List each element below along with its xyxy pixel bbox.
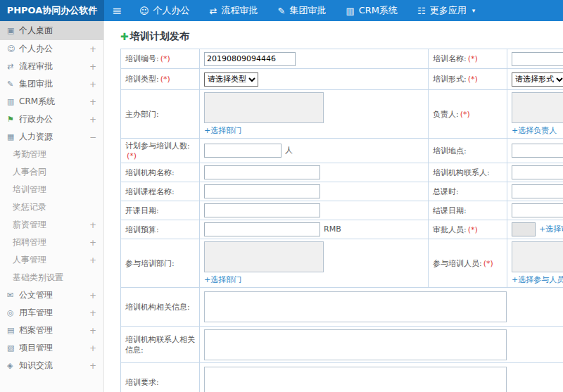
expand-plus-icon[interactable]: + bbox=[89, 308, 96, 318]
host-dept-textarea[interactable] bbox=[204, 92, 324, 123]
sidebar-item-archives[interactable]: ▤ 档案管理 + bbox=[0, 322, 103, 339]
required-marker: (*) bbox=[127, 151, 137, 160]
training-name-input[interactable] bbox=[512, 52, 563, 66]
sidebar-item-group-approval[interactable]: ✎ 集团审批 + bbox=[0, 75, 103, 93]
sidebar-item-desktop[interactable]: ▣ 个人桌面 bbox=[0, 21, 103, 40]
training-type-select[interactable]: 请选择类型 bbox=[204, 72, 258, 87]
field-label: 审批人员: bbox=[433, 225, 467, 234]
training-no-input[interactable] bbox=[204, 52, 296, 66]
expand-plus-icon[interactable]: + bbox=[89, 326, 96, 336]
field-label: 培训机构名称: bbox=[125, 168, 175, 177]
expand-plus-icon[interactable]: + bbox=[89, 115, 96, 125]
expand-plus-icon[interactable]: + bbox=[89, 44, 96, 54]
topnav-more-apps[interactable]: ☷ 更多应用 ▾ bbox=[407, 0, 485, 21]
expand-plus-icon[interactable]: + bbox=[89, 255, 96, 265]
sidebar-item-personal-office[interactable]: ☺ 个人办公 + bbox=[0, 40, 103, 58]
required-marker: (*) bbox=[160, 54, 170, 63]
select-join-people-link[interactable]: +选择参与人员 bbox=[512, 274, 563, 285]
hamburger-menu-icon[interactable]: ≡ bbox=[104, 0, 129, 21]
expand-plus-icon[interactable]: + bbox=[89, 291, 96, 301]
org-name-label-cell: 培训机构名称: bbox=[121, 163, 200, 182]
sidebar-item-process-approval[interactable]: ⇄ 流程审批 + bbox=[0, 58, 103, 75]
expand-plus-icon[interactable]: + bbox=[89, 62, 96, 72]
sidebar-item-documents[interactable]: ✉ 公文管理 + bbox=[0, 286, 103, 304]
select-dept-link[interactable]: +选择部门 bbox=[204, 125, 241, 136]
select-join-dept-link[interactable]: +选择部门 bbox=[204, 274, 241, 285]
archive-icon: ▤ bbox=[7, 326, 19, 335]
start-date-input[interactable] bbox=[204, 203, 320, 217]
topnav-label: CRM系统 bbox=[359, 4, 398, 17]
sidebar-item-personnel[interactable]: 人事管理 + bbox=[0, 251, 103, 269]
expand-plus-icon[interactable]: + bbox=[89, 361, 96, 371]
page-title: ✚ 培训计划发布 bbox=[105, 21, 563, 49]
field-label: 计划参与培训人数: bbox=[125, 141, 190, 151]
field-label: 培训地点: bbox=[433, 146, 467, 156]
edit-approval-icon: ✎ bbox=[277, 6, 285, 16]
required-marker: (*) bbox=[160, 75, 170, 84]
sidebar-item-salary[interactable]: 薪资管理 + bbox=[0, 216, 103, 234]
field-label: 培训课程名称: bbox=[125, 187, 175, 196]
org-contact-input[interactable] bbox=[512, 165, 563, 179]
sidebar-item-crm[interactable]: ▥ CRM系统 + bbox=[0, 93, 103, 110]
sidebar-item-attendance[interactable]: 考勤管理 bbox=[0, 146, 103, 163]
approver-input[interactable] bbox=[512, 222, 536, 236]
sidebar-item-hr[interactable]: ▦ 人力资源 − bbox=[0, 128, 103, 146]
course-name-input[interactable] bbox=[204, 184, 320, 198]
host-dept-label-cell: 主办部门: bbox=[121, 90, 200, 139]
join-people-textarea[interactable] bbox=[512, 241, 563, 272]
end-date-label-cell: 结课日期: bbox=[429, 201, 507, 220]
collapse-minus-icon[interactable]: − bbox=[89, 132, 96, 142]
field-label: 培训机构相关信息: bbox=[125, 303, 190, 312]
location-input[interactable] bbox=[512, 144, 563, 158]
org-name-input[interactable] bbox=[204, 165, 320, 179]
field-label: 结课日期: bbox=[433, 206, 467, 215]
topnav-process-approval[interactable]: ⇄ 流程审批 bbox=[200, 0, 268, 21]
requirements-textarea[interactable] bbox=[204, 367, 507, 392]
flow-icon: ⇄ bbox=[210, 6, 217, 16]
training-no-label-cell: 培训编号:(*) bbox=[121, 49, 200, 69]
expand-plus-icon[interactable]: + bbox=[89, 343, 96, 353]
sidebar-item-rewards[interactable]: 奖惩记录 bbox=[0, 198, 103, 216]
sidebar-item-vehicles[interactable]: ◎ 用车管理 + bbox=[0, 304, 103, 322]
sidebar-item-knowledge[interactable]: ◈ 知识交流 + bbox=[0, 357, 103, 374]
select-leader-link[interactable]: +选择负责人 bbox=[512, 125, 557, 136]
org-contact-info-textarea[interactable] bbox=[204, 329, 507, 360]
requirements-label-cell: 培训要求: bbox=[121, 363, 200, 392]
sidebar-item-projects[interactable]: ▧ 项目管理 + bbox=[0, 339, 103, 357]
total-hours-input[interactable] bbox=[512, 184, 563, 198]
select-approver-link[interactable]: +选择审批人员 bbox=[539, 225, 563, 234]
expand-plus-icon[interactable]: + bbox=[89, 238, 96, 248]
join-dept-textarea[interactable] bbox=[204, 241, 324, 272]
sidebar-item-training[interactable]: 培训管理 bbox=[0, 181, 103, 198]
chevron-down-icon: ▾ bbox=[472, 7, 476, 14]
leader-textarea[interactable] bbox=[512, 92, 563, 123]
required-marker: (*) bbox=[468, 54, 478, 63]
topnav-label: 个人办公 bbox=[153, 4, 190, 17]
sidebar-item-base-category[interactable]: 基础类别设置 bbox=[0, 269, 103, 286]
topnav-personal-office[interactable]: ☺ 个人办公 bbox=[129, 0, 200, 21]
sidebar-item-recruitment[interactable]: 招聘管理 + bbox=[0, 234, 103, 251]
budget-label-cell: 培训预算: bbox=[121, 220, 200, 239]
end-date-input[interactable] bbox=[512, 203, 563, 217]
sidebar-item-label: 行政办公 bbox=[19, 113, 89, 125]
org-contact-info-label-cell: 培训机构联系人相关信息: bbox=[121, 327, 200, 363]
topnav-group-approval[interactable]: ✎ 集团审批 bbox=[267, 0, 336, 21]
sidebar-item-admin-office[interactable]: ⚑ 行政办公 + bbox=[0, 110, 103, 128]
topnav-crm-system[interactable]: ▥ CRM系统 bbox=[336, 0, 407, 21]
field-label: 培训机构联系人: bbox=[433, 168, 490, 177]
expand-plus-icon[interactable]: + bbox=[89, 97, 96, 107]
org-info-textarea[interactable] bbox=[204, 291, 507, 322]
location-label-cell: 培训地点: bbox=[429, 139, 507, 163]
org-contact-label-cell: 培训机构联系人: bbox=[429, 163, 507, 182]
knowledge-icon: ◈ bbox=[7, 361, 19, 370]
field-label: 开课日期: bbox=[125, 206, 159, 215]
field-label: 培训类型: bbox=[125, 75, 159, 84]
training-form-select[interactable]: 请选择形式 bbox=[512, 72, 563, 87]
sidebar-item-hr-contract[interactable]: 人事合同 bbox=[0, 163, 103, 181]
expand-plus-icon[interactable]: + bbox=[89, 220, 96, 230]
expand-plus-icon[interactable]: + bbox=[89, 80, 96, 89]
training-name-label-cell: 培训名称:(*) bbox=[429, 49, 507, 69]
budget-input[interactable] bbox=[204, 222, 320, 236]
leader-label-cell: 负责人:(*) bbox=[429, 90, 507, 139]
planned-count-input[interactable] bbox=[204, 144, 282, 158]
